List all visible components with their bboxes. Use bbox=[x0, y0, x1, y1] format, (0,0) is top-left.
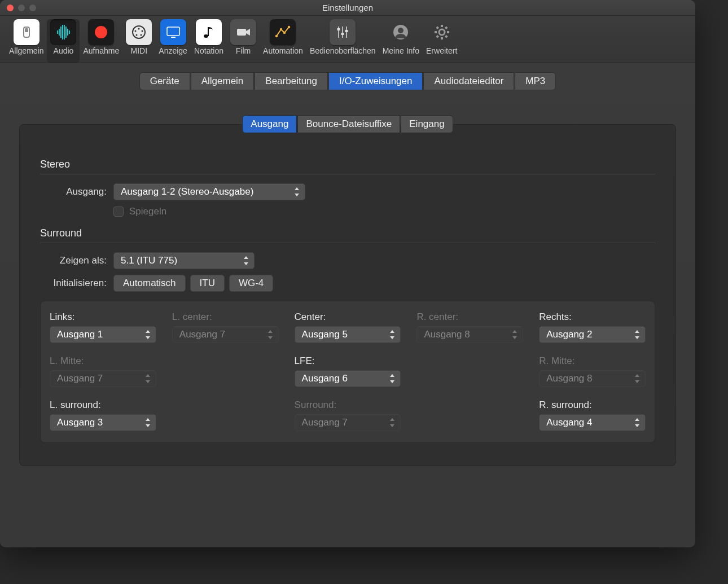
init-button-itu[interactable]: ITU bbox=[190, 275, 225, 292]
svg-rect-18 bbox=[171, 37, 176, 38]
switch-icon bbox=[14, 19, 40, 45]
toolbar-item-film[interactable]: Film bbox=[227, 19, 260, 63]
svg-rect-4 bbox=[60, 27, 62, 38]
svg-point-15 bbox=[136, 34, 138, 36]
maximize-button[interactable] bbox=[29, 5, 36, 11]
init-button-wg4[interactable]: WG-4 bbox=[229, 275, 273, 292]
content-area: GeräteAllgemeinBearbeitungI/O-Zuweisunge… bbox=[0, 63, 695, 475]
minimize-button[interactable] bbox=[18, 5, 25, 11]
toolbar-label: Meine Info bbox=[383, 46, 419, 55]
record-icon bbox=[88, 19, 114, 45]
toolbar-label: Anzeige bbox=[159, 46, 187, 55]
main-tabs: GeräteAllgemeinBearbeitungI/O-Zuweisunge… bbox=[19, 72, 676, 90]
empty-cell bbox=[172, 399, 279, 431]
channel-select[interactable]: Ausgang 6 bbox=[295, 370, 401, 387]
toolbar-label: Aufnahme bbox=[83, 46, 119, 55]
toolbar-item-aufnahme[interactable]: Aufnahme bbox=[80, 19, 122, 63]
toolbar-item-audio[interactable]: Audio bbox=[47, 19, 80, 63]
channel-cell: R. Mitte:Ausgang 8 bbox=[539, 355, 646, 387]
channel-select[interactable]: Ausgang 4 bbox=[539, 414, 646, 431]
tab-bearbeitung[interactable]: Bearbeitung bbox=[255, 72, 328, 90]
surround-heading: Surround bbox=[40, 227, 655, 243]
tab-mp3[interactable]: MP3 bbox=[515, 72, 556, 90]
channel-value: Ausgang 8 bbox=[424, 329, 470, 340]
channel-value: Ausgang 6 bbox=[302, 373, 348, 384]
channel-value: Ausgang 2 bbox=[546, 329, 592, 340]
updown-icon bbox=[389, 418, 397, 428]
svg-point-22 bbox=[275, 35, 278, 37]
updown-icon bbox=[144, 374, 152, 384]
svg-point-14 bbox=[142, 30, 143, 32]
svg-rect-8 bbox=[67, 29, 68, 36]
svg-rect-29 bbox=[341, 33, 344, 35]
svg-point-16 bbox=[141, 34, 142, 36]
toolbar-item-midi[interactable]: MIDI bbox=[122, 19, 155, 63]
channel-label: R. Mitte: bbox=[539, 355, 646, 367]
stereo-output-select[interactable]: Ausgang 1-2 (Stereo-Ausgabe) bbox=[113, 183, 305, 200]
channel-select: Ausgang 7 bbox=[50, 370, 156, 387]
tab-gerte[interactable]: Geräte bbox=[139, 72, 190, 90]
stereo-heading: Stereo bbox=[40, 159, 655, 174]
channel-cell: R. center:Ausgang 8 bbox=[416, 311, 523, 343]
toolbar-item-automation[interactable]: Automation bbox=[260, 19, 306, 63]
channel-value: Ausgang 8 bbox=[546, 373, 592, 384]
channel-label: Surround: bbox=[295, 399, 401, 411]
channel-select[interactable]: Ausgang 5 bbox=[295, 326, 401, 343]
svg-rect-39 bbox=[435, 31, 437, 33]
channel-cell: Links:Ausgang 1 bbox=[50, 311, 156, 343]
updown-icon bbox=[511, 330, 519, 340]
subtab-ausgang[interactable]: Ausgang bbox=[242, 115, 297, 133]
channel-cell: L. center:Ausgang 7 bbox=[172, 311, 279, 343]
toolbar-label: Automation bbox=[263, 46, 303, 55]
toolbar-item-meine info[interactable]: Meine Info bbox=[379, 19, 423, 63]
channel-label: L. center: bbox=[172, 311, 279, 323]
svg-rect-41 bbox=[441, 25, 443, 27]
channel-select[interactable]: Ausgang 1 bbox=[50, 326, 156, 343]
updown-icon bbox=[144, 418, 152, 428]
close-button[interactable] bbox=[7, 5, 14, 11]
channel-label: Rechts: bbox=[539, 311, 646, 323]
user-icon bbox=[388, 19, 414, 45]
toolbar: AllgemeinAudioAufnahmeMIDIAnzeigeNotatio… bbox=[0, 16, 695, 63]
svg-rect-40 bbox=[436, 26, 439, 29]
channel-label: R. surround: bbox=[539, 399, 646, 411]
toolbar-item-erweitert[interactable]: Erweitert bbox=[423, 19, 461, 63]
toolbar-label: Bedienoberflächen bbox=[310, 46, 376, 55]
subtab-bouncedateisuffixe[interactable]: Bounce-Dateisuffixe bbox=[297, 115, 400, 133]
channel-label: R. center: bbox=[416, 311, 523, 323]
channel-cell: Surround:Ausgang 7 bbox=[295, 399, 401, 431]
tab-allgemein[interactable]: Allgemein bbox=[191, 72, 255, 90]
channel-select[interactable]: Ausgang 2 bbox=[539, 326, 646, 343]
channel-box: Links:Ausgang 1L. center:Ausgang 7Center… bbox=[40, 301, 655, 443]
toolbar-item-anzeige[interactable]: Anzeige bbox=[155, 19, 191, 63]
channel-cell: LFE:Ausgang 6 bbox=[295, 355, 401, 387]
channel-label: Center: bbox=[295, 311, 401, 323]
channel-label: Links: bbox=[50, 311, 156, 323]
toolbar-item-bedienoberflächen[interactable]: Bedienoberflächen bbox=[306, 19, 379, 63]
init-button-automatisch[interactable]: Automatisch bbox=[113, 275, 186, 292]
channel-select[interactable]: Ausgang 3 bbox=[50, 414, 156, 431]
subtab-eingang[interactable]: Eingang bbox=[401, 115, 453, 133]
channel-select: Ausgang 8 bbox=[416, 326, 523, 343]
channel-label: L. Mitte: bbox=[50, 355, 156, 367]
show-as-select[interactable]: 5.1 (ITU 775) bbox=[113, 252, 255, 269]
show-as-label: Zeigen als: bbox=[40, 255, 113, 266]
svg-point-33 bbox=[398, 28, 404, 33]
tab-audiodateieditor[interactable]: Audiodateieditor bbox=[423, 72, 514, 90]
mirror-checkbox[interactable] bbox=[113, 207, 124, 217]
svg-point-34 bbox=[439, 29, 445, 35]
tab-iozuweisungen[interactable]: I/O-Zuweisungen bbox=[328, 72, 423, 90]
toolbar-item-notation[interactable]: Notation bbox=[191, 19, 227, 63]
svg-point-10 bbox=[95, 26, 107, 38]
svg-rect-36 bbox=[445, 35, 448, 38]
updown-icon bbox=[243, 256, 251, 266]
svg-point-11 bbox=[133, 26, 145, 38]
stereo-output-label: Ausgang: bbox=[40, 186, 113, 197]
titlebar: Einstellungen bbox=[0, 0, 695, 16]
channel-cell: R. surround:Ausgang 4 bbox=[539, 399, 646, 431]
empty-cell bbox=[172, 355, 279, 387]
svg-point-24 bbox=[283, 32, 286, 34]
channel-value: Ausgang 4 bbox=[546, 417, 592, 428]
updown-icon bbox=[634, 374, 642, 384]
toolbar-item-allgemein[interactable]: Allgemein bbox=[6, 19, 47, 63]
